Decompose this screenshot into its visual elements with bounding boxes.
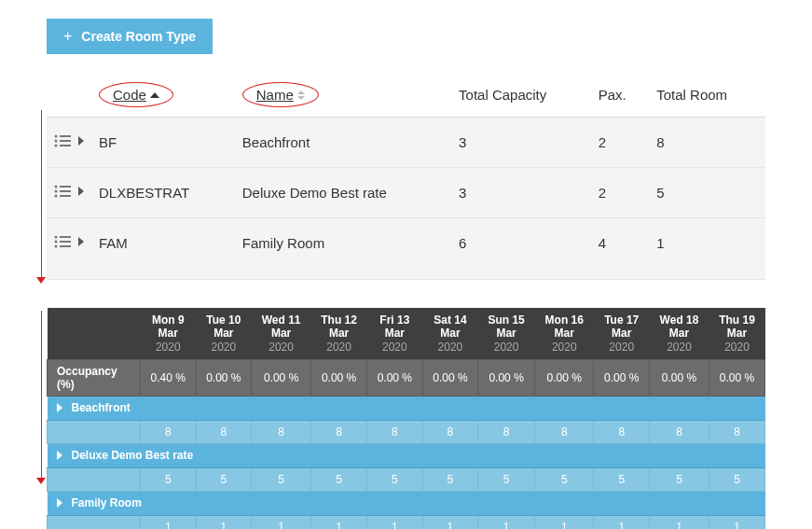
svg-rect-17 xyxy=(60,245,71,247)
annotation-circle: Name xyxy=(242,82,319,107)
occupancy-cell: 0.00 % xyxy=(535,360,594,397)
date-header: Thu 12Mar2020 xyxy=(311,308,367,360)
availability-cell[interactable]: 1 xyxy=(535,516,594,529)
availability-cell[interactable]: 8 xyxy=(367,421,423,444)
header-capacity[interactable]: Total Capacity xyxy=(451,73,591,118)
expand-icon xyxy=(57,451,62,460)
availability-cell[interactable]: 5 xyxy=(709,468,764,492)
availability-cell[interactable]: 5 xyxy=(650,468,709,492)
availability-cell[interactable]: 8 xyxy=(422,421,478,444)
occupancy-cell: 0.00 % xyxy=(594,360,650,397)
header-total-room[interactable]: Total Room xyxy=(649,73,765,118)
availability-cell[interactable]: 1 xyxy=(594,516,650,529)
occupancy-cell: 0.00 % xyxy=(252,360,311,397)
availability-cell[interactable]: 8 xyxy=(311,421,367,444)
availability-cell[interactable]: 1 xyxy=(311,516,367,529)
date-header: Sat 14Mar2020 xyxy=(422,308,478,360)
table-row: DLXBESTRATDeluxe Demo Best rate325 xyxy=(47,168,765,218)
date-header: Mon 16Mar2020 xyxy=(535,308,594,360)
expand-icon[interactable] xyxy=(78,136,84,146)
date-header: Tue 10Mar2020 xyxy=(196,308,252,360)
header-pax[interactable]: Pax. xyxy=(591,73,649,118)
availability-cell[interactable]: 8 xyxy=(252,421,311,444)
occupancy-cell: 0.00 % xyxy=(709,360,764,397)
availability-cell[interactable]: 5 xyxy=(478,468,535,492)
availability-cell[interactable]: 5 xyxy=(594,468,650,492)
availability-cell[interactable]: 8 xyxy=(478,421,535,444)
group-header[interactable]: Family Room xyxy=(48,492,765,516)
occupancy-cell: 0.00 % xyxy=(478,360,535,397)
svg-point-0 xyxy=(55,135,58,138)
availability-cell[interactable]: 1 xyxy=(650,516,709,529)
date-header: Wed 18Mar2020 xyxy=(650,308,709,360)
svg-rect-15 xyxy=(60,241,71,243)
availability-cell[interactable]: 1 xyxy=(196,516,252,529)
cell-capacity: 3 xyxy=(451,118,591,168)
availability-cell[interactable]: 8 xyxy=(535,421,594,444)
availability-cell[interactable]: 5 xyxy=(252,468,311,492)
cell-name: Family Room xyxy=(235,218,451,280)
plus-icon: + xyxy=(63,28,72,45)
header-name[interactable]: Name xyxy=(235,73,451,118)
expand-icon[interactable] xyxy=(78,187,84,196)
expand-icon[interactable] xyxy=(78,237,84,246)
availability-cell[interactable]: 1 xyxy=(478,516,535,529)
svg-rect-9 xyxy=(60,190,71,192)
svg-rect-7 xyxy=(60,186,71,188)
list-icon[interactable] xyxy=(54,185,71,198)
occupancy-label: Occupancy (%) xyxy=(48,360,141,397)
availability-cell[interactable]: 5 xyxy=(311,468,367,492)
svg-rect-5 xyxy=(60,145,71,146)
occupancy-cell: 0.00 % xyxy=(311,360,367,397)
svg-point-4 xyxy=(55,145,58,147)
occupancy-cell: 0.00 % xyxy=(650,360,709,397)
availability-cell[interactable]: 8 xyxy=(594,421,650,444)
expand-icon xyxy=(57,403,62,412)
availability-cell[interactable]: 8 xyxy=(196,421,252,444)
availability-cell[interactable]: 8 xyxy=(141,421,197,444)
create-room-type-label: Create Room Type xyxy=(81,29,196,44)
header-code[interactable]: Code xyxy=(91,73,235,118)
create-room-type-button[interactable]: + Create Room Type xyxy=(47,19,213,54)
cell-pax: 2 xyxy=(591,118,649,168)
svg-rect-13 xyxy=(60,236,71,238)
date-header: Sun 15Mar2020 xyxy=(478,308,535,360)
availability-cell[interactable]: 1 xyxy=(709,516,764,529)
list-icon[interactable] xyxy=(54,134,71,147)
sort-asc-icon xyxy=(150,92,159,98)
svg-point-6 xyxy=(55,186,58,188)
availability-cell[interactable]: 5 xyxy=(367,468,423,492)
cell-total-room: 5 xyxy=(649,168,765,218)
cell-pax: 2 xyxy=(591,168,649,218)
availability-cell[interactable]: 5 xyxy=(422,468,478,492)
expand-icon xyxy=(57,498,62,508)
room-type-table: Code Name Total Capacity Pax. Total Room… xyxy=(47,73,765,280)
availability-calendar: Mon 9Mar2020Tue 10Mar2020Wed 11Mar2020Th… xyxy=(47,308,765,529)
availability-cell[interactable]: 5 xyxy=(535,468,594,492)
availability-cell[interactable]: 5 xyxy=(196,468,252,492)
annotation-arrow xyxy=(41,110,42,278)
list-icon[interactable] xyxy=(54,235,71,248)
group-header[interactable]: Beachfront xyxy=(48,397,765,421)
availability-cell[interactable]: 1 xyxy=(141,516,197,529)
svg-point-14 xyxy=(55,241,58,244)
availability-cell[interactable]: 8 xyxy=(650,421,709,444)
date-header: Mon 9Mar2020 xyxy=(141,308,197,360)
cell-code: FAM xyxy=(91,218,235,280)
availability-cell[interactable]: 1 xyxy=(252,516,311,529)
availability-cell[interactable]: 5 xyxy=(141,468,197,492)
cell-code: BF xyxy=(91,118,235,168)
group-value-label xyxy=(48,421,141,444)
group-value-label xyxy=(48,468,141,492)
cell-pax: 4 xyxy=(591,218,649,280)
date-header: Fri 13Mar2020 xyxy=(367,308,423,360)
group-header[interactable]: Deluxe Demo Best rate xyxy=(48,444,765,468)
svg-point-12 xyxy=(55,236,58,239)
date-header: Tue 17Mar2020 xyxy=(594,308,650,360)
table-row: BFBeachfront328 xyxy=(47,118,765,168)
availability-cell[interactable]: 1 xyxy=(367,516,423,529)
sort-icon xyxy=(297,90,305,100)
availability-cell[interactable]: 1 xyxy=(422,516,478,529)
availability-cell[interactable]: 8 xyxy=(709,421,764,444)
svg-rect-1 xyxy=(60,135,71,137)
